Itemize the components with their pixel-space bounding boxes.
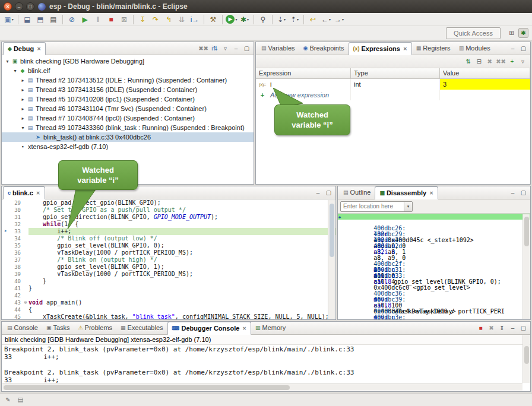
disassembly-line[interactable]: gpio_set_level(BLINK_GPIO, 0); xyxy=(338,243,530,249)
scrollbar-thumb[interactable] xyxy=(4,385,290,390)
console-output[interactable]: Breakpoint 2, blink_task (pvParameter=0x… xyxy=(2,345,530,383)
fold-icon[interactable] xyxy=(23,313,28,320)
column-header[interactable]: Type xyxy=(351,68,440,78)
code-line[interactable]: 30 /* Set the GPIO as a push/pull output… xyxy=(2,207,335,214)
toolbar-separator[interactable] xyxy=(254,15,254,24)
scrollbar-thumb[interactable] xyxy=(524,217,529,246)
minimize-view-button[interactable]: – xyxy=(231,43,241,53)
debug-perspective-button[interactable]: ✱ xyxy=(518,28,528,38)
tab-outline[interactable]: ▤ Outline xyxy=(339,186,375,199)
disassembly-line[interactable]: vTaskDelay(1000 / portTICK_PERI xyxy=(338,315,530,320)
instruction-stepping-button[interactable]: i→ xyxy=(189,14,201,26)
code-line[interactable]: 42 xyxy=(2,292,335,299)
window-minimize-button[interactable] xyxy=(15,2,23,11)
toolbar-separator[interactable] xyxy=(272,15,273,24)
fold-icon[interactable] xyxy=(23,249,28,256)
location-combo[interactable] xyxy=(340,201,413,212)
minimize-view-button[interactable]: – xyxy=(313,188,323,198)
tab-console[interactable]: ▤ Console xyxy=(3,321,42,334)
disassembly-line[interactable]: 400dbc2f: movi.n a11, 0 xyxy=(338,249,530,255)
next-annotation-button[interactable]: ⇣ xyxy=(276,14,287,26)
remove-launch-button[interactable]: ✖ xyxy=(486,323,496,333)
disassembly-line[interactable]: 400dbc36: movi a10, 100 xyxy=(338,279,530,285)
fold-icon[interactable] xyxy=(23,306,28,313)
debug-tree-item[interactable]: ▸ Thread #6 1073431104 (Tmr Svc) (Suspen… xyxy=(2,104,254,113)
code-line[interactable]: ➤ 33 i++; xyxy=(2,228,335,235)
disassembly-line[interactable]: ◆ 400dbc26: l32r a9, 0x400d045c <_stext+… xyxy=(338,214,530,220)
code-line[interactable]: 34 /* Blink off (output low) */ xyxy=(2,235,335,242)
twisty-icon[interactable]: ▸ xyxy=(20,78,26,83)
code-line[interactable]: 44 { xyxy=(2,306,335,313)
twisty-icon[interactable]: ▾ xyxy=(20,125,26,131)
new-button[interactable]: ▣ xyxy=(3,14,15,26)
fold-icon[interactable] xyxy=(23,199,28,207)
close-icon[interactable] xyxy=(242,326,246,331)
column-header[interactable]: Value xyxy=(440,68,530,78)
window-maximize-button[interactable] xyxy=(26,2,34,11)
disconnect-button[interactable]: ⊠ xyxy=(118,14,130,26)
toolbar-separator[interactable] xyxy=(62,15,63,24)
debug-tree-item[interactable]: ▸ Thread #2 1073413512 (IDLE : Running) … xyxy=(2,75,254,85)
close-icon[interactable] xyxy=(36,191,40,196)
fold-icon[interactable] xyxy=(23,242,28,249)
code-line[interactable]: 37 /* Blink on (output high) */ xyxy=(2,256,335,264)
code-line[interactable]: 45 xTaskCreate(&blink_task, "blink_task"… xyxy=(2,313,335,320)
debug-button[interactable]: ✱ xyxy=(239,14,251,26)
twisty-icon[interactable]: ▸ xyxy=(20,87,26,93)
scrollbar-thumb[interactable] xyxy=(524,346,529,364)
fold-icon[interactable] xyxy=(23,235,28,242)
code-line[interactable]: 43 ⊖ void app_main() xyxy=(2,299,335,306)
minimize-view-button[interactable]: – xyxy=(508,323,518,333)
editor-content[interactable]: 29 gpio_pad_select_gpio(BLINK_GPIO); 30 … xyxy=(2,199,335,320)
open-perspective-button[interactable]: ⊞ xyxy=(506,28,517,38)
tab-breakpoints[interactable]: ◉ Breakpoints xyxy=(299,42,349,55)
debug-tree-item[interactable]: xtensa-esp32-elf-gdb (7.10) xyxy=(2,142,254,151)
code-line[interactable]: 36 vTaskDelay(1000 / portTICK_PERIOD_MS)… xyxy=(2,249,335,256)
save-all-button[interactable]: ⬒ xyxy=(34,14,46,26)
skip-all-breakpoints-button[interactable]: ⊘ xyxy=(66,14,78,26)
window-close-button[interactable] xyxy=(4,2,12,11)
tab-executables[interactable]: ▦ Executables xyxy=(116,321,167,334)
view-menu-button[interactable]: ▿ xyxy=(518,56,528,66)
toolbar-separator[interactable] xyxy=(303,15,304,24)
twisty-icon[interactable]: ▾ xyxy=(12,68,18,74)
twisty-icon[interactable]: ▸ xyxy=(20,116,26,121)
disassembly-line[interactable]: 400dbc40: call8 0x400dc6c0 <gpio_set_lev… xyxy=(338,309,530,315)
forward-button[interactable]: → xyxy=(333,14,345,26)
maximize-view-button[interactable]: ▢ xyxy=(242,43,252,53)
previous-annotation-button[interactable]: ⇡ xyxy=(289,14,300,26)
maximize-view-button[interactable]: ▢ xyxy=(518,188,528,198)
disassembly-line[interactable]: 35 xyxy=(338,237,530,243)
scroll-lock-button[interactable]: ⇕ xyxy=(497,323,507,333)
print-button[interactable]: ▤ xyxy=(48,14,59,26)
minimize-view-button[interactable]: – xyxy=(508,188,518,198)
fold-icon[interactable] xyxy=(23,256,28,264)
fold-icon[interactable] xyxy=(23,207,28,214)
step-into-button[interactable]: ↧ xyxy=(137,14,148,26)
add-expression-button[interactable]: + xyxy=(507,56,517,66)
tab-memory[interactable]: ▥ Memory xyxy=(251,321,290,334)
maximize-view-button[interactable]: ▢ xyxy=(324,188,334,198)
tab-debug[interactable]: ◈ Debug xyxy=(3,42,46,55)
disassembly-line[interactable]: 400dbc29: l32i.n a8, a9, 0 xyxy=(338,220,530,226)
disassembly-line[interactable]: 400dbc3e: movi.n a10, 4 xyxy=(338,303,530,309)
remove-all-expressions-button[interactable]: ✖✖ xyxy=(495,56,506,66)
disassembly-line[interactable]: gpio_set_level(BLINK_GPIO, 1); xyxy=(338,291,530,297)
tab-tasks[interactable]: ▣ Tasks xyxy=(42,321,74,334)
run-button[interactable]: ▶ xyxy=(226,14,238,26)
disassembly-line[interactable]: 400dbc3c: movi.n a11, 1 xyxy=(338,297,530,303)
close-icon[interactable] xyxy=(403,46,407,52)
last-edit-location-button[interactable]: ↩ xyxy=(307,14,319,26)
fold-icon[interactable] xyxy=(23,214,28,221)
close-icon[interactable] xyxy=(429,191,433,196)
code-line[interactable]: 35 gpio_set_level(BLINK_GPIO, 0); xyxy=(2,242,335,249)
debug-tree-item[interactable]: ▸ Thread #3 1073413156 (IDLE) (Suspended… xyxy=(2,85,254,94)
toolbar-separator[interactable] xyxy=(222,15,223,24)
fold-icon[interactable] xyxy=(23,228,28,235)
tab-registers[interactable]: ▦ Registers xyxy=(412,42,455,55)
twisty-icon[interactable]: ▸ xyxy=(20,106,26,112)
step-over-button[interactable]: ↷ xyxy=(150,14,162,26)
step-return-button[interactable]: ↰ xyxy=(163,14,175,26)
fold-icon[interactable] xyxy=(23,221,28,228)
debug-tree-item[interactable]: ▾ blink.elf xyxy=(2,66,254,75)
